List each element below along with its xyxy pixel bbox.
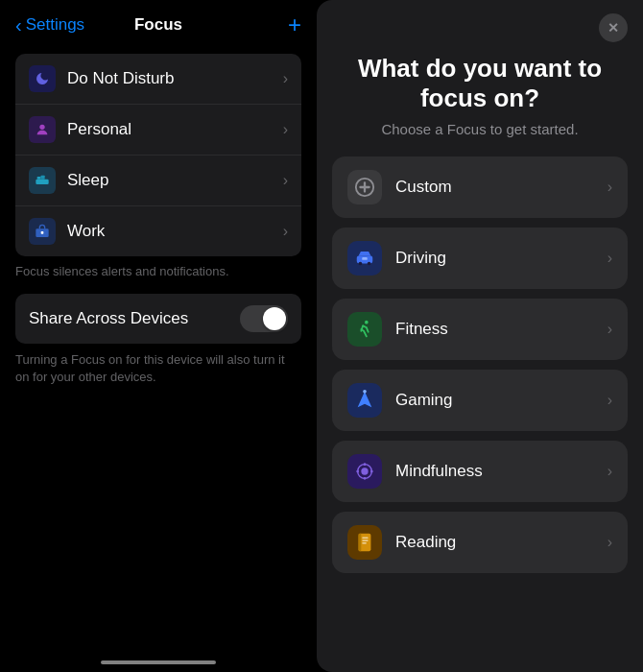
custom-icon (347, 170, 382, 204)
gaming-label: Gaming (395, 391, 607, 410)
svg-point-0 (39, 125, 44, 130)
work-icon (29, 218, 56, 245)
svg-point-13 (365, 321, 369, 324)
svg-rect-5 (41, 231, 44, 234)
custom-chevron-icon: › (607, 179, 612, 196)
svg-point-19 (356, 470, 359, 473)
add-focus-button[interactable]: + (288, 12, 301, 38)
right-title: What do you want to focus on? (340, 54, 620, 113)
reading-label: Reading (395, 533, 607, 552)
svg-rect-25 (362, 542, 367, 543)
driving-icon (347, 241, 382, 276)
sleep-icon (29, 167, 56, 194)
focus-option-gaming[interactable]: Gaming › (332, 370, 628, 431)
focus-options-list: Custom › Driving › (317, 156, 643, 672)
svg-rect-1 (36, 180, 48, 184)
focus-option-mindfulness[interactable]: Mindfulness › (332, 441, 628, 502)
focus-option-driving[interactable]: Driving › (332, 228, 628, 289)
dnd-icon (29, 65, 56, 92)
personal-icon (29, 116, 56, 143)
toggle-knob (263, 307, 286, 330)
svg-rect-24 (362, 540, 368, 541)
svg-point-10 (359, 262, 363, 266)
focus-option-fitness[interactable]: Fitness › (332, 299, 628, 360)
svg-point-15 (361, 468, 368, 475)
share-toggle[interactable] (240, 305, 288, 332)
reading-icon (347, 525, 382, 560)
focus-item-work[interactable]: Work › (15, 206, 301, 256)
fitness-chevron-icon: › (607, 321, 612, 338)
svg-point-14 (363, 390, 367, 394)
right-header: ✕ (317, 0, 643, 46)
focus-section-footer: Focus silences alerts and notifications. (0, 256, 317, 294)
share-label: Share Across Devices (29, 309, 240, 328)
svg-rect-2 (37, 177, 41, 180)
focus-item-personal[interactable]: Personal › (15, 105, 301, 156)
driving-chevron-icon: › (607, 250, 612, 267)
share-footer: Turning a Focus on for this device will … (0, 344, 317, 386)
share-row: Share Across Devices (15, 294, 301, 344)
driving-label: Driving (395, 249, 607, 268)
personal-label: Personal (67, 120, 283, 139)
left-header: ‹ Settings Focus + (0, 0, 317, 46)
right-subtitle: Choose a Focus to get started. (340, 121, 620, 137)
fitness-label: Fitness (395, 320, 607, 339)
home-indicator (101, 660, 216, 664)
svg-point-18 (364, 477, 367, 480)
back-label: Settings (26, 15, 84, 35)
gaming-icon (347, 383, 382, 418)
mindfulness-icon (347, 454, 382, 489)
custom-label: Custom (395, 178, 607, 197)
focus-option-reading[interactable]: Reading › (332, 512, 628, 573)
gaming-chevron-icon: › (607, 392, 612, 409)
svg-rect-22 (359, 534, 362, 551)
work-chevron-icon: › (283, 223, 288, 240)
svg-rect-23 (362, 538, 368, 539)
focus-option-custom[interactable]: Custom › (332, 156, 628, 218)
dnd-chevron-icon: › (283, 70, 288, 87)
close-icon: ✕ (607, 20, 619, 36)
svg-point-11 (368, 262, 371, 266)
share-section: Share Across Devices (15, 294, 301, 344)
svg-point-20 (370, 470, 373, 473)
close-button[interactable]: ✕ (599, 13, 628, 42)
dnd-label: Do Not Disturb (67, 69, 283, 88)
chevron-left-icon: ‹ (15, 15, 22, 35)
focus-list-section: Do Not Disturb › Personal › Sleep (15, 54, 301, 256)
left-panel: ‹ Settings Focus + Do Not Disturb › Pers… (0, 0, 317, 672)
mindfulness-label: Mindfulness (395, 462, 607, 481)
fitness-icon (347, 312, 382, 347)
sleep-chevron-icon: › (283, 172, 288, 189)
reading-chevron-icon: › (607, 534, 612, 551)
back-button[interactable]: ‹ Settings (15, 15, 84, 35)
focus-item-sleep[interactable]: Sleep › (15, 156, 301, 206)
svg-point-17 (364, 464, 367, 467)
right-title-section: What do you want to focus on? Choose a F… (317, 46, 643, 156)
personal-chevron-icon: › (283, 121, 288, 138)
page-title: Focus (134, 15, 182, 35)
mindfulness-chevron-icon: › (607, 463, 612, 480)
svg-rect-12 (362, 257, 368, 260)
svg-rect-3 (41, 176, 45, 180)
work-label: Work (67, 222, 283, 241)
right-panel: ✕ What do you want to focus on? Choose a… (317, 0, 643, 672)
sleep-label: Sleep (67, 171, 283, 190)
focus-item-dnd[interactable]: Do Not Disturb › (15, 54, 301, 105)
